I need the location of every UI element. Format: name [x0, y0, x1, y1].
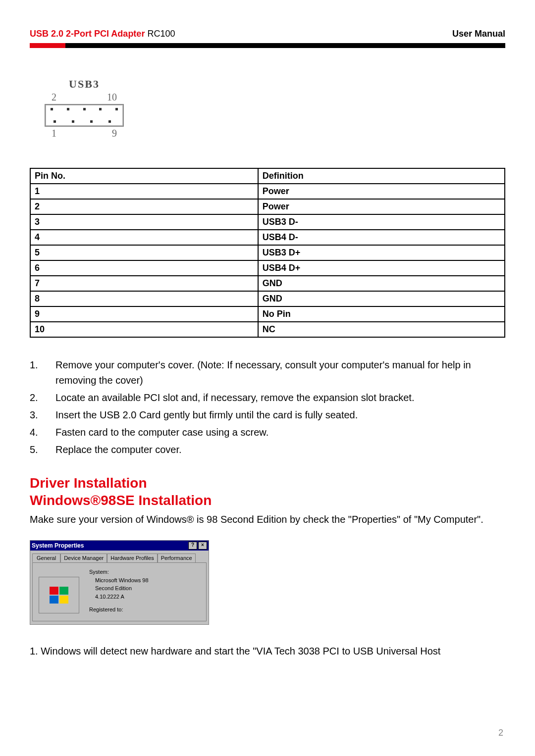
product-model: RC100: [147, 29, 175, 39]
system-label: System:: [89, 568, 149, 576]
list-number: 2.: [30, 390, 55, 405]
table-row: 10NC: [30, 322, 505, 337]
pin-dot: [72, 120, 74, 123]
windows-logo-icon: [39, 577, 79, 613]
system-os-edition: Second Edition: [89, 584, 149, 593]
header-right: User Manual: [452, 29, 505, 39]
list-text: Insert the USB 2.0 Card gently but firml…: [55, 407, 505, 423]
registered-to-label: Registered to:: [89, 605, 149, 614]
cell-def: NC: [258, 322, 505, 337]
pin-dot: [83, 108, 86, 110]
header-product: USB 2.0 2-Port PCI Adapter RC100: [30, 29, 175, 39]
cell-pin: 2: [30, 199, 258, 214]
usb3-pin-9-label: 9: [112, 128, 117, 139]
system-os-name: Microsoft Windows 98: [89, 576, 149, 585]
logo-quadrant: [50, 596, 58, 604]
close-button[interactable]: ×: [198, 542, 207, 550]
pin-dot: [108, 120, 111, 123]
list-number: 1.: [30, 357, 55, 388]
tab-hardware-profiles[interactable]: Hardware Profiles: [107, 554, 157, 562]
win98-system-properties-dialog: System Properties ? × General Device Man…: [30, 540, 209, 625]
usb3-pin-1-label: 1: [52, 128, 56, 139]
logo-quadrant: [59, 587, 68, 595]
usb3-pin-10-label: 10: [107, 92, 117, 103]
tab-device-manager[interactable]: Device Manager: [60, 554, 107, 562]
page-number: 2: [498, 728, 503, 738]
col-header-def: Definition: [258, 168, 505, 184]
section-heading: Driver Installation Windows®98SE Install…: [30, 474, 505, 509]
dialog-titlebar: System Properties ? ×: [30, 541, 209, 551]
list-item: 2. Locate an available PCI slot and, if …: [30, 390, 505, 405]
table-row: 6USB4 D+: [30, 260, 505, 276]
pin-dot: [67, 108, 69, 110]
usb3-bottom-pins: [54, 120, 111, 123]
system-os-version: 4.10.2222 A: [89, 593, 149, 601]
usb3-top-numbers: 2 10: [45, 92, 124, 103]
table-row: 3USB3 D-: [30, 214, 505, 230]
table-row: 4USB4 D-: [30, 230, 505, 245]
col-header-pin: Pin No.: [30, 168, 258, 184]
pin-dot: [115, 108, 118, 110]
table-row: 2Power: [30, 199, 505, 214]
product-name: USB 2.0 2-Port PCI Adapter: [30, 29, 147, 39]
section-intro: Make sure your version of Windows® is 98…: [30, 512, 505, 527]
heading-line-1: Driver Installation: [30, 474, 505, 492]
tab-panel-general: System: Microsoft Windows 98 Second Edit…: [32, 562, 207, 621]
tab-performance[interactable]: Performance: [158, 554, 196, 562]
list-text: Fasten card to the computer case using a…: [55, 425, 505, 440]
page-header: USB 2.0 2-Port PCI Adapter RC100 User Ma…: [30, 29, 505, 39]
cell-pin: 7: [30, 276, 258, 291]
usb3-title: USB3: [45, 78, 124, 91]
list-text: Replace the computer cover.: [55, 442, 505, 457]
cell-def: No Pin: [258, 306, 505, 322]
cell-pin: 9: [30, 306, 258, 322]
list-number: 3.: [30, 407, 55, 423]
list-text: Remove your computer's cover. (Note: If …: [55, 357, 505, 388]
heading-line-2: Windows®98SE Installation: [30, 492, 505, 509]
cell-pin: 5: [30, 245, 258, 260]
list-item: 3. Insert the USB 2.0 Card gently but fi…: [30, 407, 505, 423]
cell-pin: 3: [30, 214, 258, 230]
cell-def: USB4 D+: [258, 260, 505, 276]
list-number: 4.: [30, 425, 55, 440]
list-item: 1. Remove your computer's cover. (Note: …: [30, 357, 505, 388]
cell-def: GND: [258, 291, 505, 306]
table-row: 9No Pin: [30, 306, 505, 322]
cell-pin: 6: [30, 260, 258, 276]
tab-general[interactable]: General: [32, 554, 60, 562]
pin-dot: [54, 120, 56, 123]
list-text: Locate an available PCI slot and, if nec…: [55, 390, 505, 405]
cell-def: USB4 D-: [258, 230, 505, 245]
cell-pin: 4: [30, 230, 258, 245]
header-underline: [30, 43, 505, 48]
table-row: 8GND: [30, 291, 505, 306]
pin-dot: [99, 108, 102, 110]
list-number: 5.: [30, 442, 55, 457]
post-dialog-step: 1. Windows will detect new hardware and …: [30, 644, 505, 659]
table-row: 5USB3 D+: [30, 245, 505, 260]
usb3-diagram: USB3 2 10 1 9: [45, 78, 124, 139]
usb3-top-pins: [51, 108, 118, 110]
help-button[interactable]: ?: [188, 542, 197, 550]
dialog-tabs: General Device Manager Hardware Profiles…: [30, 551, 209, 562]
cell-def: GND: [258, 276, 505, 291]
install-instructions: 1. Remove your computer's cover. (Note: …: [30, 357, 505, 457]
header-rule-red: [30, 43, 65, 48]
usb3-connector: [45, 104, 124, 127]
logo-quadrant: [50, 587, 58, 595]
logo-quadrant: [59, 596, 68, 604]
system-info: System: Microsoft Windows 98 Second Edit…: [89, 568, 149, 614]
table-row: 7GND: [30, 276, 505, 291]
pin-definition-table: Pin No. Definition 1Power 2Power 3USB3 D…: [30, 168, 505, 338]
cell-def: USB3 D+: [258, 245, 505, 260]
cell-def: USB3 D-: [258, 214, 505, 230]
header-rule-black: [30, 43, 505, 48]
usb3-bottom-numbers: 1 9: [45, 128, 124, 139]
cell-pin: 8: [30, 291, 258, 306]
cell-def: Power: [258, 199, 505, 214]
usb3-pin-2-label: 2: [52, 92, 56, 103]
dialog-title: System Properties: [32, 542, 187, 549]
cell-pin: 1: [30, 184, 258, 199]
page: USB 2.0 2-Port PCI Adapter RC100 User Ma…: [0, 0, 535, 756]
pin-dot: [90, 120, 93, 123]
